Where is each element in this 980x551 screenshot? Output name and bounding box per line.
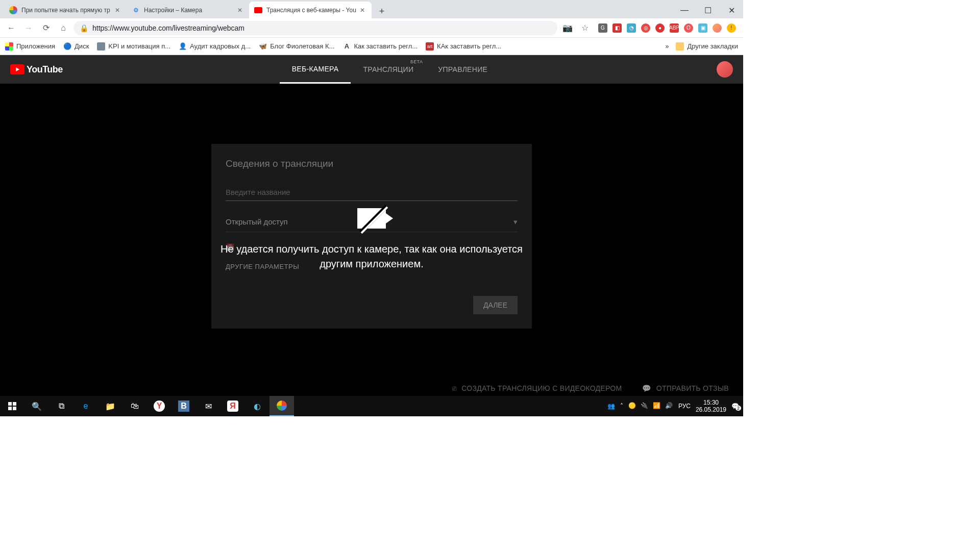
- bookmark-apps[interactable]: Приложения: [5, 42, 55, 51]
- address-bar[interactable]: 🔒 https://www.youtube.com/livestreaming/…: [74, 21, 557, 35]
- svg-rect-3: [13, 407, 16, 410]
- page-icon: 👤: [179, 42, 187, 51]
- youtube-body: Сведения о трансляции Введите название О…: [0, 84, 743, 396]
- close-window-button[interactable]: ✕: [720, 2, 743, 18]
- search-button[interactable]: 🔍: [24, 396, 49, 416]
- ext-icon[interactable]: ●: [655, 23, 665, 33]
- notifications-button[interactable]: 💬2: [731, 403, 739, 410]
- close-icon[interactable]: ✕: [113, 6, 121, 14]
- google-icon: [9, 6, 17, 14]
- page-icon: 🦋: [259, 42, 267, 51]
- task-view-button[interactable]: ⧉: [49, 396, 74, 416]
- new-tab-button[interactable]: +: [375, 4, 389, 18]
- clock[interactable]: 15:30 26.05.2019: [696, 399, 726, 414]
- taskbar-explorer[interactable]: 📁: [98, 396, 122, 416]
- browser-tab-2[interactable]: Трансляция с веб-камеры - You ✕: [249, 2, 372, 18]
- bottom-actions: ⎚ СОЗДАТЬ ТРАНСЛЯЦИЮ С ВИДЕОКОДЕРОМ 💬 ОТ…: [0, 381, 743, 396]
- maximize-button[interactable]: ☐: [696, 2, 720, 18]
- taskbar-app[interactable]: ◐: [245, 396, 270, 416]
- tab-label: ВЕБ-КАМЕРА: [292, 65, 339, 73]
- opera-icon[interactable]: O: [684, 23, 693, 33]
- camera-indicator-icon[interactable]: 📷: [560, 21, 575, 35]
- bookmark-disk[interactable]: 🔵Диск: [63, 42, 89, 51]
- profile-icon[interactable]: [713, 23, 722, 33]
- browser-tab-1[interactable]: ⚙ Настройки – Камера ✕: [127, 2, 249, 18]
- star-icon[interactable]: ☆: [578, 21, 592, 35]
- close-icon[interactable]: ✕: [236, 6, 244, 14]
- send-feedback-button[interactable]: 💬 ОТПРАВИТЬ ОТЗЫВ: [642, 384, 729, 392]
- taskbar-yandex2[interactable]: Я: [220, 396, 245, 416]
- page-icon: [97, 42, 105, 51]
- svg-rect-2: [8, 407, 12, 410]
- camera-error-overlay: Не удается получить доступ к камере, так…: [218, 208, 525, 271]
- start-button[interactable]: [0, 396, 24, 416]
- panel-heading: Сведения о трансляции: [226, 158, 518, 169]
- ext-icon[interactable]: ◎: [641, 23, 650, 33]
- browser-toolbar: ← → ⟳ ⌂ 🔒 https://www.youtube.com/livest…: [0, 18, 743, 38]
- abp-icon[interactable]: ABP: [670, 23, 679, 33]
- apps-icon: [5, 42, 13, 51]
- wifi-icon[interactable]: 📶: [653, 402, 661, 410]
- camera-off-icon: [357, 208, 386, 229]
- ext-icon[interactable]: ◔: [627, 23, 636, 33]
- bookmark-label: Блог Фиолетовая К...: [270, 42, 334, 50]
- title-input[interactable]: Введите название: [226, 184, 518, 201]
- minimize-button[interactable]: —: [673, 2, 696, 18]
- tray-icon[interactable]: 🟡: [628, 402, 636, 410]
- tab-manage[interactable]: УПРАВЛЕНИЕ: [426, 55, 500, 84]
- bookmark-label: KPI и мотивация п...: [108, 42, 170, 50]
- taskbar-edge[interactable]: e: [74, 396, 98, 416]
- bookmark-kpi[interactable]: KPI и мотивация п...: [97, 42, 170, 51]
- bookmark-blog[interactable]: 🦋Блог Фиолетовая К...: [259, 42, 334, 51]
- ext-icon[interactable]: ◧: [612, 23, 622, 33]
- volume-icon[interactable]: 🔊: [665, 402, 673, 410]
- forward-button[interactable]: →: [21, 21, 36, 35]
- browser-tabstrip: При попытке начать прямую тр ✕ ⚙ Настрой…: [0, 0, 743, 18]
- cast-icon: ⎚: [452, 384, 456, 392]
- play-icon: [10, 64, 24, 74]
- reload-button[interactable]: ⟳: [39, 21, 53, 35]
- tab-streams[interactable]: ТРАНСЛЯЦИИБЕТА: [351, 55, 426, 84]
- create-encoder-stream-button[interactable]: ⎚ СОЗДАТЬ ТРАНСЛЯЦИЮ С ВИДЕОКОДЕРОМ: [452, 384, 622, 392]
- youtube-logo[interactable]: YouTube: [10, 64, 63, 75]
- tray-icon[interactable]: 🔌: [641, 402, 649, 410]
- taskbar-store[interactable]: 🛍: [122, 396, 147, 416]
- language-indicator[interactable]: РУС: [678, 403, 691, 410]
- overflow-icon[interactable]: »: [665, 42, 669, 50]
- notif-count: 2: [736, 406, 741, 411]
- taskbar-yandex[interactable]: Y: [147, 396, 172, 416]
- browser-tab-0[interactable]: При попытке начать прямую тр ✕: [4, 2, 127, 18]
- bookmark-label: Аудит кадровых д...: [190, 42, 251, 50]
- youtube-icon: [254, 6, 262, 14]
- bookmark-regl1[interactable]: AКак заставить регл...: [342, 42, 418, 51]
- error-message: Не удается получить доступ к камере, так…: [218, 242, 525, 271]
- bookmark-regl2[interactable]: artКАк заставить регл...: [426, 42, 501, 51]
- taskbar-chrome[interactable]: [270, 396, 294, 416]
- ext-icon[interactable]: ▣: [698, 23, 707, 33]
- back-button[interactable]: ←: [4, 21, 18, 35]
- svg-rect-1: [13, 402, 16, 406]
- other-bookmarks[interactable]: Другие закладки: [676, 42, 738, 51]
- people-icon[interactable]: 👥: [607, 403, 615, 410]
- close-icon[interactable]: ✕: [358, 6, 366, 14]
- bookmark-audit[interactable]: 👤Аудит кадровых д...: [179, 42, 251, 51]
- chat-icon: 💬: [642, 384, 651, 392]
- folder-icon: [676, 42, 684, 51]
- system-tray: 🟡 🔌 📶 🔊: [628, 402, 673, 410]
- bookmarks-bar: Приложения 🔵Диск KPI и мотивация п... 👤А…: [0, 38, 743, 55]
- tab-webcam[interactable]: ВЕБ-КАМЕРА: [280, 55, 351, 84]
- ext-icon[interactable]: !: [727, 23, 736, 33]
- logo-text: YouTube: [27, 64, 63, 75]
- placeholder-text: Введите название: [226, 188, 290, 196]
- home-button[interactable]: ⌂: [56, 21, 70, 35]
- tray-chevron-icon[interactable]: ˄: [620, 403, 623, 410]
- taskbar-mail[interactable]: ✉: [196, 396, 220, 416]
- bookmark-label: Диск: [75, 42, 89, 50]
- avatar[interactable]: [717, 61, 733, 78]
- lock-icon: 🔒: [80, 24, 88, 32]
- next-button[interactable]: ДАЛЕЕ: [473, 296, 518, 314]
- ext-icon[interactable]: G: [598, 23, 607, 33]
- bookmark-label: Как заставить регл...: [354, 42, 418, 50]
- taskbar-vk[interactable]: В: [172, 396, 196, 416]
- bookmark-label: Другие закладки: [687, 42, 738, 50]
